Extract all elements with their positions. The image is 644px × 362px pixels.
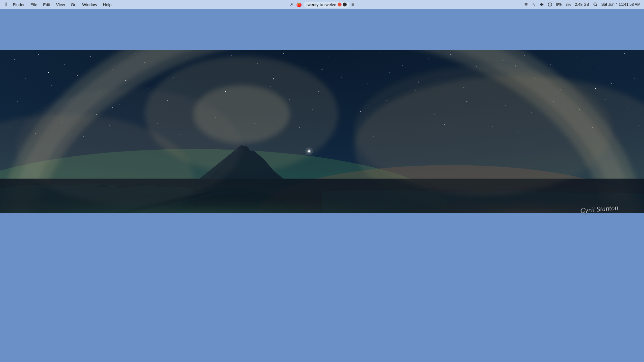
svg-point-27 [450,54,451,55]
svg-point-16 [186,58,187,58]
search-icon[interactable] [592,2,599,7]
app-name-label: twenty to twelve [307,2,336,7]
svg-point-19 [257,63,258,63]
svg-point-100 [325,132,326,132]
desktop-bottom-bg [0,213,644,362]
svg-point-10 [38,54,39,55]
svg-point-41 [174,77,174,78]
help-menu[interactable]: Help [100,2,114,8]
window-menu[interactable]: Window [80,2,99,8]
wallpaper-panorama [0,50,644,213]
svg-point-73 [312,109,312,109]
svg-point-85 [605,99,605,100]
svg-point-133 [16,88,242,204]
svg-point-99 [299,127,300,128]
svg-point-71 [264,111,264,111]
svg-point-26 [428,59,429,59]
svg-point-42 [196,95,196,95]
svg-point-24 [380,52,380,53]
svg-point-36 [51,85,52,86]
svg-point-15 [161,61,161,61]
svg-point-116 [225,91,226,92]
location-icon: ↗ [290,2,293,7]
svg-point-32 [576,57,577,57]
menubar-right: ∿ 8% 3% 2.48 GB Sat Jun 4 11:41:58 AM [523,2,641,7]
svg-point-9 [14,59,15,60]
go-menu[interactable]: Go [68,2,79,8]
svg-point-112 [618,132,619,132]
svg-point-37 [77,75,78,76]
svg-point-48 [341,77,342,78]
cpu-graph-icon: ⊞ [351,3,354,7]
svg-point-136 [594,3,596,5]
svg-point-33 [599,67,599,68]
svg-point-21 [306,67,306,68]
svg-point-60 [634,78,635,79]
black-indicator [343,3,346,6]
svg-point-13 [112,69,113,70]
red-indicator [337,3,341,6]
datetime-display[interactable]: Sat Jun 4 11:41:58 AM [601,2,641,7]
wifi-icon[interactable] [523,3,529,6]
tomato-timer-icon[interactable]: 🍅 [295,2,303,7]
memory-percent: 3% [564,2,572,7]
svg-point-72 [289,99,290,100]
svg-point-74 [338,102,338,102]
svg-point-45 [270,87,271,87]
clock-icon[interactable] [547,2,553,7]
bluetooth-icon[interactable]: ∿ [531,2,536,7]
svg-point-23 [354,62,354,62]
svg-point-49 [367,83,367,84]
svg-point-29 [502,60,503,60]
svg-point-134 [354,66,612,195]
svg-point-113 [639,125,639,125]
desktop: Cyril Stanton [0,0,644,362]
file-menu[interactable]: File [28,2,40,8]
timer-icon: 🍅 [296,2,302,7]
svg-point-12 [90,56,90,57]
twenty-to-twelve-app[interactable]: twenty to twelve [304,2,349,8]
view-menu[interactable]: View [53,2,68,8]
svg-point-11 [64,64,64,64]
svg-point-43 [222,82,223,82]
menubar:  Finder File Edit View Go Window Help ↗… [0,0,644,9]
svg-point-97 [254,123,255,124]
svg-point-50 [389,72,390,72]
svg-point-39 [125,80,126,81]
menubar-center: ↗ 🍅 twenty to twelve ⊞ [289,2,355,8]
svg-point-101 [347,124,348,124]
svg-point-115 [145,62,146,63]
svg-point-86 [628,107,628,107]
storage-info: 2.48 GB [574,2,590,7]
svg-point-44 [244,74,245,74]
svg-point-98 [277,135,277,135]
svg-point-14 [135,53,136,53]
activity-monitor-icon[interactable]: ⊞ [350,3,355,7]
app-icon-area[interactable]: ↗ [289,2,294,7]
svg-point-120 [595,88,596,89]
svg-point-58 [586,74,586,74]
svg-point-22 [328,57,329,57]
edit-menu[interactable]: Edit [41,2,53,8]
svg-point-70 [241,103,242,103]
svg-point-35 [25,79,26,79]
volume-icon[interactable] [538,3,545,6]
svg-point-59 [611,83,612,84]
svg-point-87 [9,127,10,127]
svg-point-122 [273,79,274,79]
svg-point-126 [305,147,313,155]
svg-point-117 [322,69,323,70]
svg-point-40 [148,88,148,89]
menubar-left:  Finder File Edit View Go Window Help [3,1,114,8]
apple-menu[interactable]:  [3,1,10,8]
finder-menu[interactable]: Finder [10,2,27,8]
svg-point-18 [232,55,232,56]
svg-point-31 [550,64,551,64]
svg-point-47 [318,91,319,92]
svg-point-46 [293,79,293,79]
svg-point-119 [515,66,516,67]
svg-point-34 [624,53,625,54]
svg-point-20 [283,53,284,54]
svg-point-30 [525,55,525,56]
svg-point-25 [402,65,403,66]
